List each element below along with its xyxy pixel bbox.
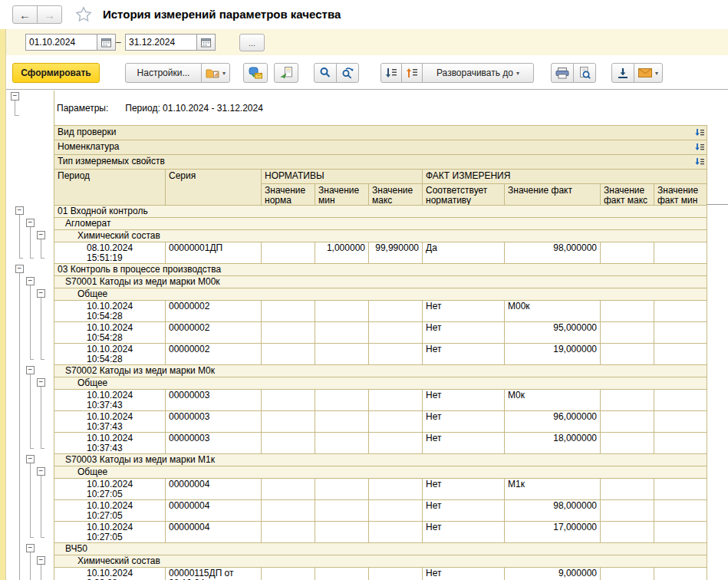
data-row[interactable]: 10.10.2024 10:37:4300000003Нет18,000000: [54, 433, 707, 454]
cell[interactable]: [601, 301, 654, 321]
filter-row-check-type[interactable]: Вид проверки: [54, 126, 707, 140]
cell[interactable]: 00000002: [166, 344, 262, 364]
cell[interactable]: 00000004: [166, 479, 262, 499]
collapse-group-button[interactable]: −: [26, 455, 35, 463]
group-row[interactable]: S70002 Катоды из меди марки М0к: [54, 365, 707, 377]
cell[interactable]: Нет: [423, 500, 505, 521]
cell[interactable]: 10.10.2024 9:33:08: [54, 568, 166, 580]
collapse-group-button[interactable]: −: [26, 544, 35, 552]
column-header-value-fact-max[interactable]: Значение факт макс: [601, 184, 654, 206]
cell[interactable]: [262, 344, 315, 364]
column-header-value-norm[interactable]: Значение норма: [262, 184, 315, 206]
collapse-group-button[interactable]: −: [37, 289, 45, 298]
group-row[interactable]: Общее: [54, 377, 707, 390]
cell[interactable]: [654, 568, 707, 580]
group-row[interactable]: 01 Входной контроль: [54, 206, 707, 218]
group-row[interactable]: Агломерат: [54, 218, 707, 230]
load-report-button[interactable]: [274, 63, 298, 83]
cell[interactable]: [654, 433, 707, 453]
cell[interactable]: [601, 433, 654, 453]
cell[interactable]: [262, 301, 315, 321]
parameters-row[interactable]: Параметры: Период: 01.10.2024 - 31.12.20…: [54, 91, 707, 125]
filter-row-nomenclature[interactable]: Номенклатура: [54, 140, 707, 155]
cell[interactable]: 95,000000: [505, 322, 601, 343]
cell[interactable]: [369, 433, 423, 453]
cell[interactable]: 99,990000: [369, 242, 423, 263]
date-to-calendar-button[interactable]: [196, 35, 215, 50]
group-row[interactable]: S70003 Катоды из меди марки М1к: [54, 454, 707, 466]
group-row[interactable]: Общее: [54, 288, 707, 301]
cell[interactable]: 00000003: [166, 433, 262, 453]
cell[interactable]: [369, 522, 423, 542]
cell[interactable]: 10.10.2024 10:27:05: [54, 479, 166, 499]
period-more-button[interactable]: ...: [239, 34, 265, 51]
cell[interactable]: Да: [423, 242, 505, 263]
cell[interactable]: 10.10.2024 10:37:43: [54, 390, 166, 410]
cell[interactable]: [601, 479, 654, 499]
cell[interactable]: [654, 301, 707, 321]
cell[interactable]: [315, 479, 369, 499]
back-button[interactable]: ←: [12, 5, 38, 24]
cell[interactable]: [654, 322, 707, 343]
cell[interactable]: 1,000000: [315, 242, 369, 263]
cell[interactable]: [315, 411, 369, 432]
settings-button[interactable]: Настройки...: [125, 63, 202, 83]
column-header-conforms[interactable]: Соответствует нормативу: [423, 184, 505, 206]
cell[interactable]: [315, 322, 369, 343]
report-variants-button[interactable]: ▾: [201, 63, 230, 83]
favorite-star-button[interactable]: [74, 6, 93, 23]
cell[interactable]: Нет: [423, 479, 505, 499]
send-report-button[interactable]: [243, 63, 268, 83]
cell[interactable]: [654, 522, 707, 542]
cell[interactable]: М00к: [505, 301, 601, 321]
cell[interactable]: [369, 479, 423, 499]
cell[interactable]: [601, 500, 654, 521]
cell[interactable]: 08.10.2024 15:51:19: [54, 242, 166, 263]
find-next-button[interactable]: [336, 63, 359, 83]
column-header-value-fact[interactable]: Значение факт: [505, 184, 601, 206]
cell[interactable]: [654, 390, 707, 410]
cell[interactable]: [601, 411, 654, 432]
cell[interactable]: [262, 568, 315, 580]
cell[interactable]: Нет: [423, 433, 505, 453]
cell[interactable]: [369, 411, 423, 432]
column-header-value-fact-min[interactable]: Значение факт мин: [654, 184, 707, 206]
find-button[interactable]: [314, 63, 337, 83]
cell[interactable]: 19,000000: [505, 344, 601, 364]
cell[interactable]: [654, 242, 707, 263]
expand-to-button[interactable]: Разворачивать до ▾: [422, 63, 534, 83]
collapse-group-button[interactable]: −: [37, 231, 45, 239]
collapse-group-button[interactable]: −: [15, 206, 24, 215]
column-header-value-max[interactable]: Значение макс: [369, 184, 423, 206]
cell[interactable]: [262, 479, 315, 499]
cell[interactable]: [601, 390, 654, 410]
cell[interactable]: [315, 568, 369, 580]
cell[interactable]: [262, 500, 315, 521]
group-row[interactable]: ВЧ50: [54, 543, 707, 555]
cell[interactable]: 00000004: [166, 522, 262, 542]
collapse-group-button[interactable]: −: [26, 366, 35, 374]
collapse-group-button[interactable]: −: [15, 265, 24, 273]
cell[interactable]: 96,000000: [505, 411, 601, 432]
cell[interactable]: 00000004: [166, 500, 262, 521]
collapse-groups-button[interactable]: [401, 63, 423, 83]
group-row[interactable]: Химический состав: [54, 230, 707, 242]
cell[interactable]: 10.10.2024 10:37:43: [54, 433, 166, 453]
data-row[interactable]: 10.10.2024 10:54:2800000002НетМ00к: [54, 301, 707, 322]
cell[interactable]: 17,000000: [505, 522, 601, 542]
group-row[interactable]: Общее: [54, 466, 707, 479]
cell[interactable]: [315, 522, 369, 542]
sort-icon[interactable]: [694, 128, 705, 140]
data-row[interactable]: 10.10.2024 9:33:0800000115ДП от 08.10.24…: [54, 568, 707, 580]
data-row[interactable]: 10.10.2024 10:37:4300000003Нет96,000000: [54, 411, 707, 433]
data-row[interactable]: 08.10.2024 15:51:1900000001ДП1,00000099,…: [54, 242, 707, 264]
cell[interactable]: 98,000000: [505, 242, 601, 263]
cell[interactable]: Нет: [423, 390, 505, 410]
expand-groups-button[interactable]: [380, 63, 402, 83]
cell[interactable]: 00000002: [166, 301, 262, 321]
collapse-group-button[interactable]: −: [37, 378, 45, 387]
print-button[interactable]: [551, 63, 574, 83]
data-row[interactable]: 10.10.2024 10:27:0500000004НетМ1к: [54, 479, 707, 500]
date-from-input[interactable]: [26, 35, 97, 50]
save-result-button[interactable]: [611, 63, 634, 83]
